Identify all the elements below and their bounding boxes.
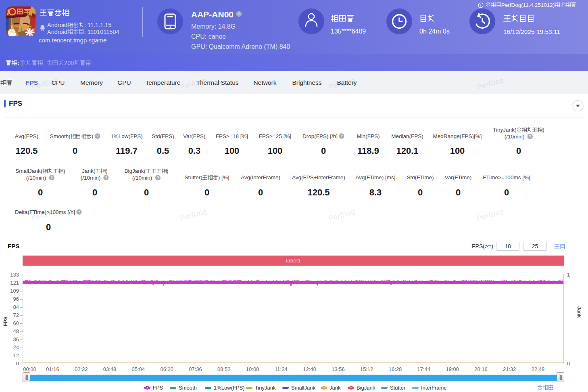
svg-text:i: i	[238, 12, 240, 16]
svg-text:?: ?	[50, 176, 53, 180]
svg-text:?: ?	[529, 134, 531, 138]
svg-text:?: ?	[78, 210, 80, 214]
svg-text:?: ?	[340, 134, 343, 138]
svg-text:?: ?	[96, 134, 98, 138]
svg-text:?: ?	[105, 176, 107, 180]
svg-text:?: ?	[156, 176, 159, 180]
